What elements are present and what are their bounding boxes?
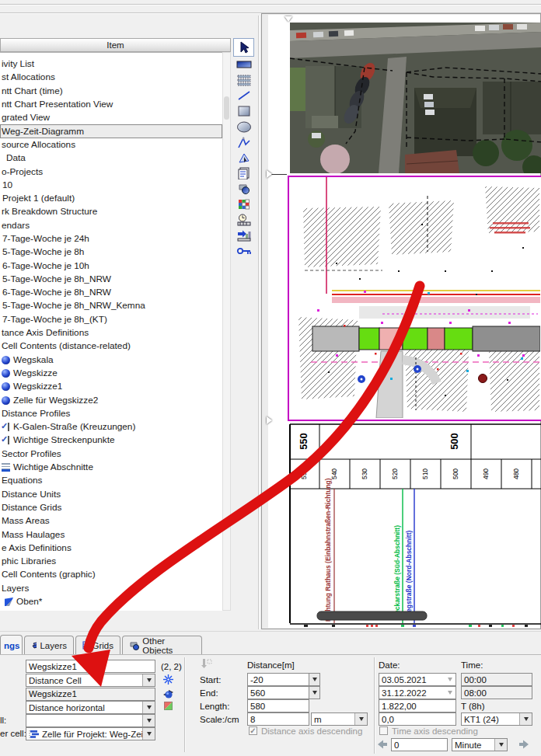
tree-item[interactable]: Projekt 1 (default): [0, 192, 222, 205]
tree-item[interactable]: ivity List: [0, 57, 222, 71]
dropdown-arrow-icon[interactable]: [519, 713, 532, 725]
dropdown-arrow-icon[interactable]: [142, 674, 155, 686]
tree-item[interactable]: o-Projects: [0, 165, 222, 178]
tree-item[interactable]: Mass Haulages: [0, 528, 222, 541]
start-input[interactable]: [247, 673, 309, 686]
tab-grids[interactable]: Grids: [75, 636, 120, 654]
tree-item[interactable]: Cell Contents (distance-related): [0, 340, 222, 353]
tree-item[interactable]: 6-Tage-Woche je 10h: [0, 259, 222, 272]
dropdown-arrow-icon[interactable]: [142, 728, 155, 740]
tree-item[interactable]: Distance Grids: [0, 501, 222, 514]
import-chart-tool-button[interactable]: [233, 228, 254, 243]
dropdown-arrow-icon[interactable]: [309, 687, 319, 699]
cell-name-input[interactable]: [26, 660, 155, 673]
tree-item[interactable]: Distance Profiles: [0, 407, 222, 420]
tree-item[interactable]: Cell Contents (graphic): [0, 568, 222, 581]
dropdown-arrow-icon[interactable]: [309, 674, 319, 685]
wizard-star-icon[interactable]: [162, 674, 174, 685]
select-tool-button[interactable]: [233, 38, 254, 57]
tab-other-objects[interactable]: Other Objects: [122, 636, 202, 654]
master-cell-dropdown[interactable]: Zelle für Projekt: Weg-Zeit-I: [26, 727, 155, 740]
tree-item[interactable]: Layers: [0, 582, 222, 595]
tree-item[interactable]: 7-Tage-Woche je 24h: [0, 232, 222, 246]
tree-item[interactable]: 7-Tage-Woche je 8h_(KT): [0, 313, 222, 326]
cell-type-dropdown[interactable]: Distance Cell: [26, 674, 155, 687]
tree-item[interactable]: 10: [0, 179, 222, 192]
tree-scrollbar-thumb[interactable]: [224, 96, 229, 120]
tree-item[interactable]: Wegskala: [0, 354, 222, 367]
drawing-scrollbar-thumb[interactable]: [317, 611, 427, 620]
tree-item[interactable]: ntt Chart (time): [0, 85, 222, 98]
rectangle-tool-button[interactable]: [233, 103, 254, 119]
tree-item[interactable]: grated View: [0, 111, 222, 124]
distance-scale-cell[interactable]: 550 500 550 540 530 520 510 500 490 480 …: [288, 423, 541, 628]
object-tool-button[interactable]: [233, 181, 254, 197]
key-tool-button[interactable]: [233, 243, 254, 259]
cell-boundary-marker-1-icon[interactable]: [267, 170, 272, 178]
step-unit-dropdown[interactable]: Minute: [452, 738, 508, 751]
pattern-tool-button[interactable]: [233, 197, 254, 212]
list-tool-button[interactable]: [233, 72, 254, 88]
orientation-dropdown[interactable]: Distance horizontal: [26, 701, 155, 714]
ellipse-tool-button[interactable]: [233, 119, 254, 134]
tab-layers[interactable]: Layers: [24, 636, 74, 654]
time-descending-checkbox[interactable]: [379, 726, 388, 735]
time-scale-tool-button[interactable]: [233, 212, 254, 228]
scale-unit-dropdown[interactable]: m: [311, 712, 368, 726]
calendar-dropdown[interactable]: KT1 (24): [461, 712, 532, 726]
tree-item[interactable]: Wichtige Streckenpunkte: [0, 434, 222, 447]
tree-item[interactable]: ntt Chart Presentation View: [0, 98, 222, 111]
tree-column-header[interactable]: Item: [0, 38, 231, 52]
tree-item[interactable]: 5-Tage-Woche je 8h_NRW_Kemna: [0, 299, 222, 312]
tree-item[interactable]: st Allocations: [0, 71, 222, 84]
start-dropdown[interactable]: [309, 673, 320, 686]
dropdown-arrow-icon[interactable]: [354, 713, 367, 725]
cell-boundary-marker-2-icon[interactable]: [267, 416, 272, 424]
tree-item[interactable]: tance Axis Definitions: [0, 326, 222, 340]
cell-reference-dropdown[interactable]: [26, 714, 155, 727]
dropdown-arrow-icon[interactable]: [142, 715, 155, 726]
tree-item[interactable]: Wegskizze: [0, 367, 222, 380]
end-dropdown[interactable]: [309, 686, 320, 699]
tree-item[interactable]: Zelle für Wegskizze2: [0, 393, 222, 406]
tree-item[interactable]: Sector Profiles: [0, 448, 222, 461]
polygon-tool-button[interactable]: [233, 150, 254, 165]
cell-tool-button[interactable]: [233, 57, 254, 72]
duration-field[interactable]: [379, 699, 456, 712]
aerial-photo-cell[interactable]: [290, 23, 541, 173]
tree-item[interactable]: 5-Tage-Woche je 8h: [0, 246, 222, 259]
site-plan-cell[interactable]: [288, 176, 541, 421]
tree-item[interactable]: rk Breakdown Structure: [0, 205, 222, 218]
tree-item[interactable]: Oben*: [0, 595, 222, 608]
color-swatch-icon[interactable]: [164, 702, 173, 710]
length-input[interactable]: [247, 699, 309, 712]
line-tool-button[interactable]: [233, 88, 254, 103]
sort-direction-icon[interactable]: [201, 658, 212, 670]
tree-item[interactable]: source Allocations: [0, 138, 222, 152]
tab-settings[interactable]: ngs: [0, 635, 23, 655]
tree-item[interactable]: Mass Areas: [0, 514, 222, 528]
tree-scrollbar[interactable]: [222, 52, 231, 611]
end-date-dropdown[interactable]: 31.12.2022: [379, 686, 456, 699]
step-back-icon[interactable]: [377, 740, 388, 749]
distance-descending-checkbox[interactable]: ✓: [249, 726, 257, 735]
tree-item[interactable]: 5-Tage-Woche je 8h_NRW: [0, 273, 222, 286]
tree-item[interactable]: Weg-Zeit-Diagramm: [0, 124, 222, 138]
tree-item[interactable]: endars: [0, 219, 222, 232]
tree-item[interactable]: e Axis Definitions: [0, 542, 222, 555]
end-input[interactable]: [247, 686, 309, 699]
diagram-viewport[interactable]: 550 500 550 540 530 520 510 500 490 480 …: [261, 13, 541, 629]
dropdown-arrow-icon[interactable]: [494, 739, 507, 751]
step-value-input[interactable]: [391, 738, 448, 751]
start-date-dropdown[interactable]: 03.05.2021: [379, 673, 456, 686]
text-tool-button[interactable]: [233, 165, 254, 181]
cell-boundary-marker-top-icon[interactable]: [284, 16, 292, 22]
tree-item[interactable]: 6-Tage-Woche je 8h_NRW: [0, 286, 222, 299]
zero-field[interactable]: [379, 712, 456, 726]
dropdown-arrow-icon[interactable]: [142, 702, 155, 713]
tree-item[interactable]: Wegskizze1: [0, 380, 222, 393]
tree-item[interactable]: Equations: [0, 474, 222, 487]
tree-item[interactable]: Data: [0, 152, 222, 165]
tree-item[interactable]: phic Libraries: [0, 555, 222, 568]
tree-item[interactable]: Distance Units: [0, 488, 222, 501]
